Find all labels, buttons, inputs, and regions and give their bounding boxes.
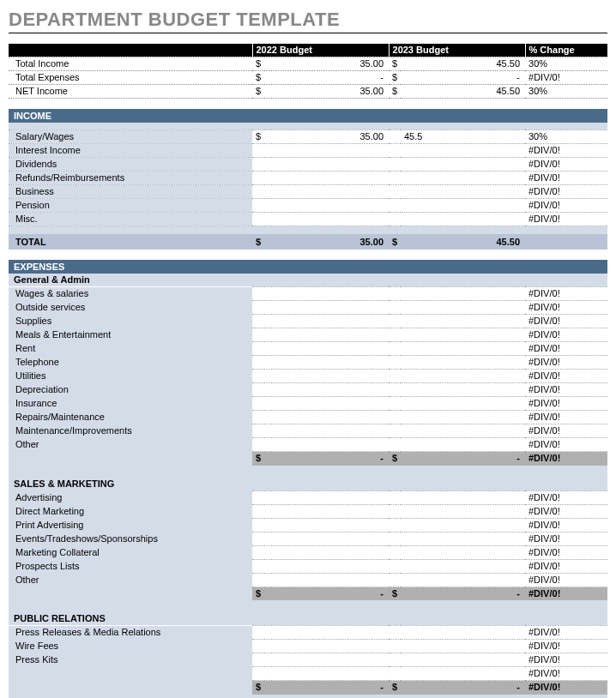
expense-cur1[interactable] [252,342,264,356]
income-v1[interactable] [264,157,389,171]
summary-v2[interactable]: - [401,71,525,85]
income-v2[interactable] [401,157,525,171]
expense-v2[interactable] [401,411,525,424]
summary-v1[interactable]: 35.00 [264,85,389,99]
income-cur2[interactable] [389,143,401,157]
expense-pc[interactable]: #DIV/0! [525,342,607,356]
income-pc[interactable]: #DIV/0! [525,171,607,184]
expense-pc[interactable]: #DIV/0! [525,438,607,452]
expense-cur2[interactable] [389,626,401,640]
summary-v2[interactable]: 45.50 [401,57,525,71]
expense-cur1[interactable] [252,573,264,587]
expense-v2[interactable] [401,532,525,545]
expense-pc[interactable]: #DIV/0! [525,490,607,504]
expense-cur2[interactable] [389,438,401,452]
expense-pc[interactable]: #DIV/0! [525,573,607,587]
income-v2[interactable] [401,184,525,198]
expense-v2[interactable] [401,545,525,559]
summary-pc[interactable]: 30% [525,57,607,71]
expense-cur2[interactable] [389,356,401,370]
summary-cur1[interactable]: $ [252,57,264,71]
income-pc[interactable]: #DIV/0! [525,143,607,157]
income-cur1[interactable] [252,171,264,184]
expense-v2[interactable] [401,518,525,532]
expense-cur1[interactable] [252,424,264,438]
expense-cur2[interactable] [389,559,401,573]
expense-cur1[interactable] [252,315,264,328]
expense-pc[interactable]: #DIV/0! [525,328,607,342]
expense-cur2[interactable] [389,667,401,681]
expense-cur1[interactable] [252,504,264,518]
expense-v2[interactable] [401,559,525,573]
expense-cur2[interactable] [389,504,401,518]
income-cur2[interactable] [389,171,401,184]
expense-cur1[interactable] [252,667,264,681]
income-v1[interactable]: 35.00 [264,129,389,143]
expense-cur2[interactable] [389,301,401,315]
expense-v1[interactable] [264,504,389,518]
expense-pc[interactable]: #DIV/0! [525,315,607,328]
income-cur2[interactable] [389,212,401,226]
expense-cur1[interactable] [252,438,264,452]
expense-cur1[interactable] [252,356,264,370]
expense-pc[interactable]: #DIV/0! [525,397,607,411]
expense-pc[interactable]: #DIV/0! [525,640,607,653]
expense-v2[interactable] [401,301,525,315]
summary-cur2[interactable]: $ [389,85,401,99]
income-v1[interactable] [264,184,389,198]
expense-cur2[interactable] [389,383,401,397]
expense-cur2[interactable] [389,545,401,559]
expense-cur2[interactable] [389,490,401,504]
expense-cur1[interactable] [252,653,264,667]
expense-v1[interactable] [264,383,389,397]
expense-cur1[interactable] [252,532,264,545]
summary-cur2[interactable]: $ [389,71,401,85]
expense-cur1[interactable] [252,559,264,573]
expense-cur1[interactable] [252,383,264,397]
expense-v2[interactable] [401,424,525,438]
summary-cur2[interactable]: $ [389,57,401,71]
income-pc[interactable]: #DIV/0! [525,157,607,171]
income-v1[interactable] [264,171,389,184]
income-pc[interactable]: #DIV/0! [525,184,607,198]
expense-v1[interactable] [264,328,389,342]
summary-pc[interactable]: #DIV/0! [525,71,607,85]
expense-cur1[interactable] [252,545,264,559]
expense-v1[interactable] [264,301,389,315]
expense-v1[interactable] [264,490,389,504]
expense-pc[interactable]: #DIV/0! [525,301,607,315]
income-cur1[interactable] [252,212,264,226]
expense-v2[interactable] [401,328,525,342]
expense-v2[interactable] [401,653,525,667]
expense-v2[interactable] [401,626,525,640]
expense-pc[interactable]: #DIV/0! [525,667,607,681]
expense-pc[interactable]: #DIV/0! [525,287,607,301]
expense-cur1[interactable] [252,328,264,342]
expense-v2[interactable] [401,397,525,411]
expense-v1[interactable] [264,424,389,438]
income-cur2[interactable] [389,198,401,212]
expense-v1[interactable] [264,438,389,452]
expense-cur2[interactable] [389,532,401,545]
expense-pc[interactable]: #DIV/0! [525,653,607,667]
expense-pc[interactable]: #DIV/0! [525,532,607,545]
expense-v1[interactable] [264,545,389,559]
expense-v2[interactable] [401,573,525,587]
expense-cur1[interactable] [252,490,264,504]
expense-v1[interactable] [264,356,389,370]
expense-cur2[interactable] [389,573,401,587]
expense-v2[interactable] [401,640,525,653]
expense-v2[interactable] [401,370,525,383]
expense-cur1[interactable] [252,397,264,411]
expense-cur1[interactable] [252,640,264,653]
expense-cur1[interactable] [252,626,264,640]
income-cur1[interactable] [252,143,264,157]
expense-v1[interactable] [264,287,389,301]
expense-cur2[interactable] [389,342,401,356]
income-v2[interactable] [401,212,525,226]
expense-cur1[interactable] [252,301,264,315]
expense-pc[interactable]: #DIV/0! [525,383,607,397]
income-v2[interactable]: 45.5 [401,129,525,143]
expense-v2[interactable] [401,667,525,681]
income-v1[interactable] [264,198,389,212]
